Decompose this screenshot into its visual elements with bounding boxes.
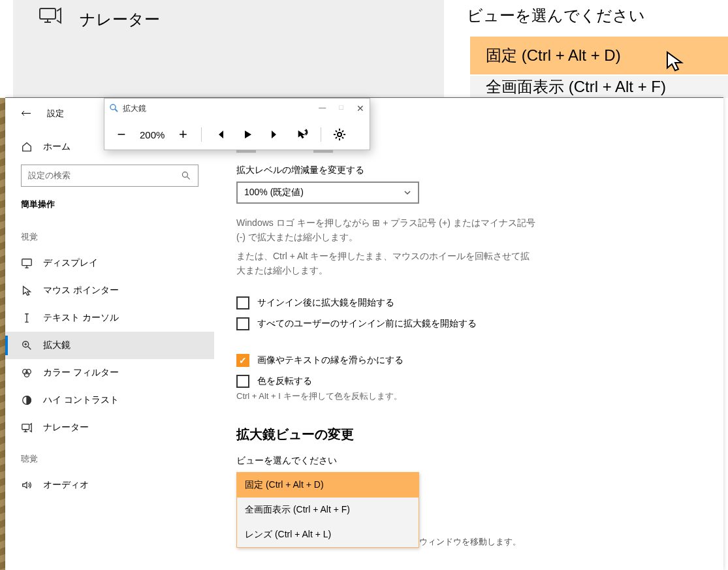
back-button[interactable]: 🡐 (21, 108, 31, 119)
settings-title: 設定 (47, 108, 64, 119)
magnifier-titlebar[interactable]: 拡大鏡 — □ ✕ (104, 99, 370, 118)
sidebar: ホーム 設定の検索 簡単操作 視覚 ディスプレイ マウス ポインター テキスト … (5, 129, 214, 499)
home-label: ホーム (43, 141, 71, 153)
help-text-2: または、Ctrl + Alt キーを押したまま、マウスのホイールを回転させて拡大… (236, 249, 537, 278)
divider (201, 127, 202, 142)
checkbox-start-before-signin[interactable]: すべてのユーザーのサインイン前に拡大鏡を開始する (236, 317, 720, 330)
search-input[interactable]: 設定の検索 (21, 165, 198, 187)
checkbox-label: 画像やテキストの縁を滑らかにする (257, 355, 404, 366)
nav-magnifier[interactable]: 拡大鏡 (5, 332, 214, 359)
checkbox-icon (236, 317, 249, 330)
invert-hint: Ctrl + Alt + I キーを押して色を反転します。 (236, 390, 720, 402)
pointer-icon (21, 285, 33, 296)
nav-display[interactable]: ディスプレイ (5, 249, 214, 277)
magnifier-controls: − 200% + (104, 118, 370, 151)
bg-view-option-full[interactable]: 全画面表示 (Ctrl + Alt + F) (470, 76, 728, 98)
settings-window: 🡐 設定 ホーム 設定の検索 簡単操作 視覚 ディスプレイ マウス ポインター … (5, 97, 723, 570)
magnified-viewport-bg: ナレーター ビューを選んでください 固定 (Ctrl + Alt + D) 全画… (0, 0, 728, 98)
text-cursor-icon (21, 312, 33, 324)
help-text-1: Windows ロゴ キーを押しながら ⊞ + プラス記号 (+) またはマイナ… (236, 215, 537, 245)
maximize-button[interactable]: □ (339, 103, 343, 114)
mag-zoom-in-button[interactable]: + (174, 125, 192, 144)
nav-mouse-pointer[interactable]: マウス ポインター (5, 277, 214, 304)
prev-button[interactable] (211, 125, 229, 144)
magnifier-window-title: 拡大鏡 (123, 103, 146, 114)
checkbox-icon (236, 375, 249, 388)
search-icon (181, 170, 191, 181)
bg-narrator-row (13, 0, 444, 98)
checkbox-label: 色を反転する (257, 375, 312, 387)
minimize-button[interactable]: — (319, 103, 326, 114)
view-option-fullscreen[interactable]: 全画面表示 (Ctrl + Alt + F) (237, 498, 419, 522)
content-area: 拡大鏡 - 200% + 拡大レベルの増減量を変更する 100% (既定値) W… (236, 145, 720, 548)
view-section-heading: 拡大鏡ビューの変更 (236, 426, 720, 443)
search-placeholder: 設定の検索 (28, 170, 71, 182)
nav-audio-label: オーディオ (43, 479, 89, 491)
category-title: 簡単操作 (5, 198, 214, 219)
magnifier-icon (21, 340, 33, 351)
svg-line-21 (115, 109, 118, 112)
nav-colorfilter-label: カラー フィルター (43, 367, 119, 379)
play-button[interactable] (238, 125, 257, 144)
nav-textcursor-label: テキスト カーソル (43, 312, 119, 324)
contrast-icon (21, 394, 33, 406)
bg-choose-view-label: ビューを選んでください (467, 5, 645, 26)
read-cursor-button[interactable] (293, 125, 311, 144)
increment-value: 100% (既定値) (244, 187, 304, 198)
nav-mouse-label: マウス ポインター (43, 285, 119, 296)
bg-view-option-docked[interactable]: 固定 (Ctrl + Alt + D) (470, 37, 728, 74)
checkbox-icon-checked (236, 354, 249, 367)
divider (321, 127, 321, 142)
cursor-icon (666, 51, 684, 76)
svg-line-10 (28, 347, 31, 350)
nav-audio[interactable]: オーディオ (5, 471, 214, 499)
svg-rect-5 (22, 259, 31, 266)
nav-high-contrast[interactable]: ハイ コントラスト (5, 387, 214, 414)
nav-display-label: ディスプレイ (43, 257, 98, 269)
view-dropdown-open[interactable]: 固定 (Ctrl + Alt + D) 全画面表示 (Ctrl + Alt + … (236, 472, 419, 548)
nav-color-filter[interactable]: カラー フィルター (5, 359, 214, 387)
checkbox-label: サインイン後に拡大鏡を開始する (257, 297, 394, 309)
section-audio: 聴覚 (5, 441, 214, 471)
svg-point-22 (338, 133, 341, 136)
nav-contrast-label: ハイ コントラスト (43, 394, 119, 406)
svg-line-4 (187, 177, 190, 180)
next-button[interactable] (266, 125, 284, 144)
color-filter-icon (21, 367, 33, 379)
zoom-help-block: Windows ロゴ キーを押しながら ⊞ + プラス記号 (+) またはマイナ… (236, 215, 720, 278)
checkbox-smooth-edges[interactable]: 画像やテキストの縁を滑らかにする (236, 354, 720, 367)
nav-magnifier-label: 拡大鏡 (43, 340, 71, 351)
increment-dropdown[interactable]: 100% (既定値) (236, 182, 419, 204)
bg-narrator-label: ナレーター (80, 9, 160, 30)
narrator-icon (39, 7, 61, 29)
svg-point-20 (110, 104, 116, 110)
svg-point-3 (182, 172, 187, 177)
choose-view-label: ビューを選んでください (236, 455, 720, 467)
increment-label: 拡大レベルの増減量を変更する (236, 165, 720, 176)
checkbox-label: すべてのユーザーのサインイン前に拡大鏡を開始する (257, 318, 477, 330)
view-option-lens[interactable]: レンズ (Ctrl + Alt + L) (237, 522, 419, 547)
checkbox-icon (236, 296, 249, 309)
svg-rect-0 (40, 8, 55, 19)
audio-icon (21, 479, 33, 491)
nav-text-cursor[interactable]: テキスト カーソル (5, 304, 214, 332)
magnifier-toolbar-window[interactable]: 拡大鏡 — □ ✕ − 200% + (104, 98, 370, 150)
view-option-docked[interactable]: 固定 (Ctrl + Alt + D) (237, 473, 419, 498)
checkbox-invert-colors[interactable]: 色を反転する (236, 375, 720, 388)
mag-zoom-value: 200% (140, 129, 165, 140)
nav-narrator-label: ナレーター (43, 422, 89, 434)
settings-button[interactable] (330, 125, 349, 144)
magnifier-app-icon (110, 104, 119, 113)
mag-zoom-out-button[interactable]: − (112, 125, 131, 144)
svg-rect-17 (22, 424, 29, 430)
close-button[interactable]: ✕ (356, 103, 364, 114)
nav-narrator[interactable]: ナレーター (5, 414, 214, 441)
section-visual: 視覚 (5, 219, 214, 249)
view-hint-cut: ウィンドウを移動します。 (419, 536, 720, 548)
narrator-icon (21, 422, 33, 434)
checkbox-start-after-signin[interactable]: サインイン後に拡大鏡を開始する (236, 296, 720, 309)
home-icon (21, 141, 33, 153)
display-icon (21, 257, 33, 269)
chevron-down-icon (404, 189, 411, 197)
